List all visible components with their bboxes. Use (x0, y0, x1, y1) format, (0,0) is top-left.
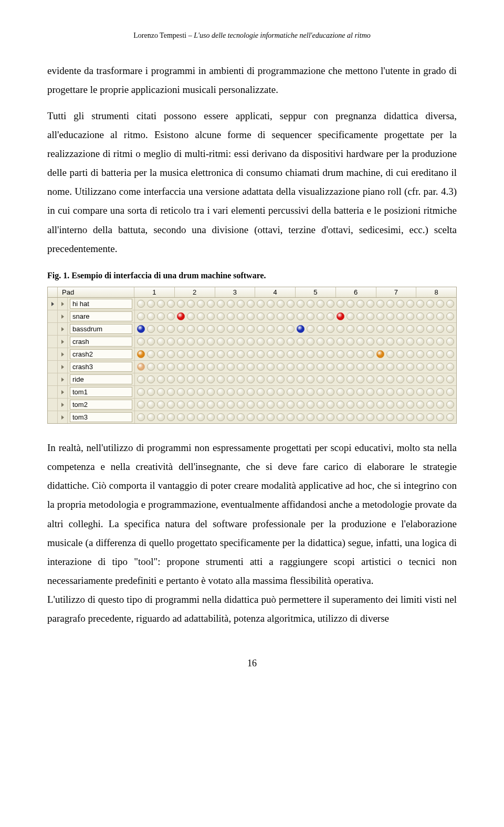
step-cell[interactable] (426, 350, 434, 358)
row-selector[interactable] (48, 348, 58, 360)
step-cell[interactable] (227, 312, 235, 320)
play-track-button[interactable] (58, 386, 68, 398)
step-cell[interactable] (137, 413, 145, 421)
step-cell[interactable] (307, 388, 314, 396)
step-cell[interactable] (406, 401, 414, 409)
step-cell[interactable] (327, 401, 334, 409)
step-group-header-3[interactable]: 3 (215, 287, 256, 297)
step-cell[interactable] (416, 363, 424, 371)
step-cell[interactable] (217, 401, 225, 409)
step-cell[interactable] (416, 375, 424, 383)
step-cell[interactable] (217, 312, 225, 320)
step-cell[interactable] (207, 375, 215, 383)
step-cell[interactable] (137, 375, 145, 383)
step-cell[interactable] (337, 363, 344, 371)
step-cell[interactable] (267, 401, 275, 409)
step-cell[interactable] (307, 375, 314, 383)
play-track-button[interactable] (58, 323, 68, 335)
step-cell[interactable] (197, 375, 205, 383)
step-cell[interactable] (267, 338, 275, 346)
step-cell[interactable] (187, 401, 195, 409)
row-selector[interactable] (48, 411, 58, 423)
step-cell[interactable] (366, 388, 374, 396)
step-cell[interactable] (197, 363, 205, 371)
step-cell[interactable] (346, 338, 354, 346)
step-cell[interactable] (287, 401, 295, 409)
step-cell[interactable] (307, 338, 314, 346)
step-cell[interactable] (147, 413, 155, 421)
step-cell[interactable] (207, 350, 215, 358)
step-cell[interactable] (177, 363, 185, 371)
step-cell[interactable] (157, 350, 165, 358)
step-cell[interactable] (346, 388, 354, 396)
step-cell[interactable] (337, 300, 344, 308)
track-name-input[interactable] (70, 349, 132, 359)
step-cell[interactable] (277, 312, 285, 320)
step-cell[interactable] (436, 300, 444, 308)
step-cell[interactable] (406, 363, 414, 371)
step-cell[interactable] (177, 350, 185, 358)
row-selector[interactable] (48, 386, 58, 398)
step-cell[interactable] (436, 413, 444, 421)
step-cell[interactable] (396, 300, 404, 308)
play-track-button[interactable] (58, 399, 68, 411)
step-cell[interactable] (207, 388, 215, 396)
step-cell[interactable] (307, 363, 314, 371)
track-name-input[interactable] (70, 311, 132, 321)
step-cell[interactable] (376, 325, 384, 333)
step-cell[interactable] (317, 300, 324, 308)
step-cell[interactable] (277, 401, 285, 409)
step-cell[interactable] (267, 363, 275, 371)
step-cell[interactable] (157, 388, 165, 396)
step-group-header-7[interactable]: 7 (376, 287, 417, 297)
step-cell[interactable] (337, 375, 344, 383)
step-cell[interactable] (376, 388, 384, 396)
step-cell[interactable] (436, 325, 444, 333)
step-cell[interactable] (247, 388, 255, 396)
track-name-input[interactable] (70, 362, 132, 372)
step-cell[interactable] (446, 325, 454, 333)
step-cell[interactable] (157, 325, 165, 333)
step-cell[interactable] (366, 338, 374, 346)
step-cell[interactable] (366, 375, 374, 383)
step-cell[interactable] (337, 312, 344, 320)
step-cell[interactable] (267, 413, 275, 421)
step-cell[interactable] (137, 350, 145, 358)
step-cell[interactable] (426, 300, 434, 308)
step-cell[interactable] (287, 350, 295, 358)
step-cell[interactable] (177, 325, 185, 333)
step-cell[interactable] (386, 388, 394, 396)
step-cell[interactable] (247, 375, 255, 383)
step-cell[interactable] (207, 300, 215, 308)
step-cell[interactable] (237, 413, 245, 421)
step-cell[interactable] (406, 388, 414, 396)
step-cell[interactable] (426, 363, 434, 371)
step-cell[interactable] (426, 325, 434, 333)
step-cell[interactable] (167, 312, 175, 320)
step-cell[interactable] (197, 401, 205, 409)
step-cell[interactable] (167, 388, 175, 396)
step-cell[interactable] (416, 350, 424, 358)
step-cell[interactable] (386, 363, 394, 371)
step-cell[interactable] (257, 325, 265, 333)
row-selector[interactable] (48, 323, 58, 335)
step-cell[interactable] (436, 312, 444, 320)
step-cell[interactable] (396, 375, 404, 383)
step-cell[interactable] (426, 388, 434, 396)
step-cell[interactable] (187, 375, 195, 383)
step-cell[interactable] (187, 388, 195, 396)
step-cell[interactable] (297, 413, 304, 421)
step-cell[interactable] (257, 401, 265, 409)
step-cell[interactable] (376, 300, 384, 308)
step-cell[interactable] (207, 413, 215, 421)
step-cell[interactable] (406, 350, 414, 358)
row-selector[interactable] (48, 361, 58, 373)
step-cell[interactable] (227, 413, 235, 421)
step-cell[interactable] (197, 312, 205, 320)
step-cell[interactable] (257, 350, 265, 358)
step-cell[interactable] (317, 413, 324, 421)
step-cell[interactable] (386, 300, 394, 308)
step-cell[interactable] (386, 375, 394, 383)
play-track-button[interactable] (58, 336, 68, 348)
step-cell[interactable] (396, 388, 404, 396)
